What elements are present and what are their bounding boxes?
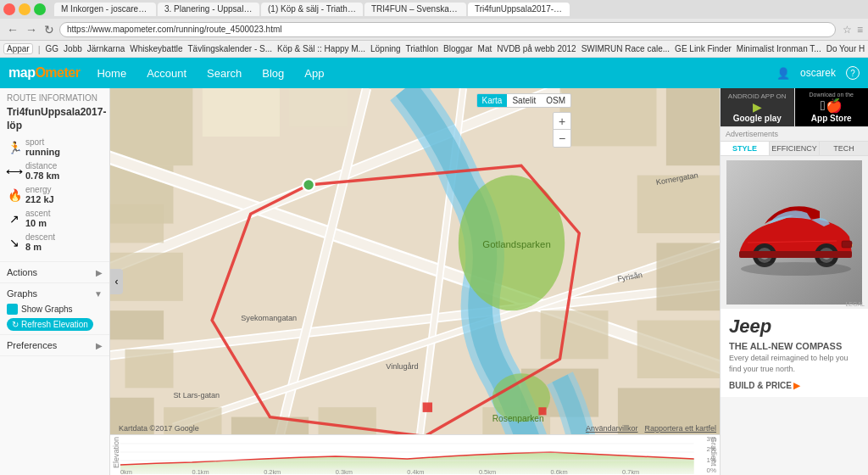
minimize-btn[interactable]: [19, 3, 31, 15]
pct-1: 1%: [706, 456, 716, 464]
ad-brand: Jeep: [729, 316, 860, 338]
graphs-label: Graphs: [7, 288, 37, 299]
bookmark-item[interactable]: Tävlingskalender - S...: [188, 44, 273, 53]
bookmark-item[interactable]: Minimalist Ironman T...: [737, 44, 821, 53]
nav-search[interactable]: Search: [203, 67, 245, 80]
map-type-osm[interactable]: OSM: [541, 94, 570, 107]
android-store-button[interactable]: ANDROID APP ON ▶ Google play: [721, 88, 795, 126]
energy-label: energy: [25, 185, 54, 194]
username[interactable]: oscarek: [797, 67, 839, 79]
map-type-buttons: Karta Satelit OSM: [476, 93, 571, 108]
sidebar: Route information Tri4funUppsala2017-löp…: [0, 88, 110, 475]
nav-blog[interactable]: Blog: [259, 67, 287, 80]
preferences-row[interactable]: Preferences ▶: [7, 338, 103, 352]
address-bar-row: ← → ↻ https://www.mapometer.com/running/…: [0, 19, 868, 41]
forward-button[interactable]: →: [24, 23, 39, 36]
sidebar-toggle[interactable]: ‹: [110, 269, 123, 294]
bookmark-item[interactable]: GG: [46, 44, 59, 53]
nav-app[interactable]: App: [301, 67, 327, 80]
right-panel: ANDROID APP ON ▶ Google play Download on…: [720, 88, 868, 475]
bookmark-item[interactable]: Triathlon: [406, 44, 439, 53]
bookmark-item[interactable]: GE Link Finder: [675, 44, 732, 53]
ad-tab-style[interactable]: STYLE: [721, 142, 770, 155]
bookmark-item[interactable]: Bloggar: [443, 44, 472, 53]
apple-store-button[interactable]: Download on the 🍎 App Store: [795, 88, 869, 126]
bookmarks-bar: Appar | GGJobbJärnkarnaWhiskeybattleTävl…: [0, 41, 868, 58]
address-text: https://www.mapometer.com/running/route_…: [67, 25, 281, 34]
report-link[interactable]: Rapportera ett kartfel: [644, 424, 716, 433]
svg-rect-1: [110, 88, 192, 165]
elevation-chart: Elevation Gradient 0km 0.1km 0.: [110, 434, 720, 475]
menu-icon[interactable]: ≡: [857, 24, 863, 36]
descent-icon: ↘: [7, 235, 22, 250]
browser-tab[interactable]: 3. Planering - Uppsala...: [158, 3, 259, 16]
bookmark-item[interactable]: NVDB på webb 2012: [497, 44, 576, 53]
ad-cta-button[interactable]: BUILD & PRICE ▶: [729, 381, 860, 390]
nav-home[interactable]: Home: [93, 67, 130, 80]
svg-rect-29: [637, 321, 720, 378]
ad-tab-efficiency[interactable]: EFFICIENCY: [770, 142, 820, 155]
terms-link[interactable]: Användarvillkor: [586, 424, 638, 433]
zoom-in-button[interactable]: +: [554, 113, 570, 130]
bookmark-item[interactable]: Köp & Säl :: Happy M...: [277, 44, 365, 53]
svg-rect-26: [666, 88, 720, 165]
descent-stat: ↘ descent 8 m: [7, 232, 103, 252]
bookmark-item[interactable]: Löpning: [370, 44, 401, 53]
refresh-elevation-btn[interactable]: ↻ Refresh Elevation: [7, 318, 103, 331]
bookmark-item[interactable]: Järnkarna: [87, 44, 125, 53]
svg-text:Syekomangatan: Syekomangatan: [241, 314, 297, 322]
map-type-karta[interactable]: Karta: [477, 94, 508, 107]
browser-tab[interactable]: TRI4FUN – Svenska Tria...: [364, 3, 466, 16]
bookmark-item[interactable]: Whiskeybattle: [130, 44, 182, 53]
android-label: ANDROID APP ON: [728, 92, 787, 100]
content-area: Route information Tri4funUppsala2017-löp…: [0, 88, 868, 475]
graphs-row[interactable]: Graphs ▼: [7, 287, 103, 300]
svg-text:0.7km: 0.7km: [622, 468, 639, 475]
logo-map: map: [8, 65, 35, 80]
nav-account[interactable]: Account: [143, 67, 190, 80]
help-button[interactable]: ?: [846, 66, 860, 80]
reload-button[interactable]: ↻: [42, 23, 56, 36]
ad-content: Jeep THE ALL-NEW COMPASS Every detail re…: [721, 309, 868, 397]
cta-text: BUILD & PRICE: [729, 381, 792, 390]
svg-rect-27: [637, 176, 720, 233]
show-graphs-label: Show Graphs: [21, 305, 73, 314]
svg-text:0.2km: 0.2km: [264, 468, 281, 475]
browser-tab[interactable]: M Inkorgen - joscarek@s...: [54, 3, 156, 16]
ad-tagline: THE ALL-NEW COMPASS: [729, 341, 860, 351]
bookmark-item[interactable]: Do Your Hips Move L...: [826, 44, 865, 53]
browser-tab[interactable]: Tri4funUppsala2017-löp...: [468, 3, 570, 16]
maximize-btn[interactable]: [34, 3, 46, 15]
back-button[interactable]: ←: [5, 23, 20, 36]
logo[interactable]: mapOmeter: [8, 65, 80, 81]
toggle-icon: ‹: [115, 276, 119, 288]
zoom-out-button[interactable]: −: [554, 130, 570, 147]
svg-rect-19: [110, 310, 164, 339]
running-icon: 🏃: [7, 140, 22, 155]
show-graphs-checkbox[interactable]: [7, 304, 18, 315]
map-type-satelit[interactable]: Satelit: [507, 94, 541, 107]
svg-rect-40: [538, 407, 546, 415]
app-store-section: ANDROID APP ON ▶ Google play Download on…: [721, 88, 868, 127]
svg-text:0km: 0km: [120, 468, 132, 475]
bookmark-item[interactable]: Jobb: [64, 44, 82, 53]
refresh-icon: ↻: [12, 320, 19, 329]
actions-row[interactable]: Actions ▶: [7, 265, 103, 279]
close-btn[interactable]: [3, 3, 15, 15]
bookmark-item[interactable]: SWIMRUN Race cale...: [581, 44, 670, 53]
ad-tabs: STYLE EFFICIENCY TECH: [721, 142, 868, 156]
star-icon[interactable]: ☆: [843, 24, 852, 36]
ad-tab-tech[interactable]: TECH: [820, 142, 868, 155]
address-bar[interactable]: https://www.mapometer.com/running/route_…: [59, 22, 836, 37]
graphs-section: Graphs ▼ Show Graphs ↻ Refresh Elevation: [0, 283, 109, 335]
apps-bookmark[interactable]: Appar: [3, 43, 33, 54]
map-controls: Karta Satelit OSM + −: [476, 93, 571, 108]
browser-tab[interactable]: (1) Köp & sälj - Triathlon...: [261, 3, 363, 16]
map-container[interactable]: Gotlandsparken Rosenparken Sankt Eriks t…: [110, 88, 720, 475]
bookmark-item[interactable]: Mat: [478, 44, 492, 53]
actions-label: Actions: [7, 267, 37, 277]
show-graphs-row: Show Graphs: [7, 304, 103, 315]
pct-3: 3%: [706, 435, 716, 443]
map-svg: Gotlandsparken Rosenparken Sankt Eriks t…: [110, 88, 720, 475]
refresh-label: Refresh Elevation: [21, 320, 88, 329]
